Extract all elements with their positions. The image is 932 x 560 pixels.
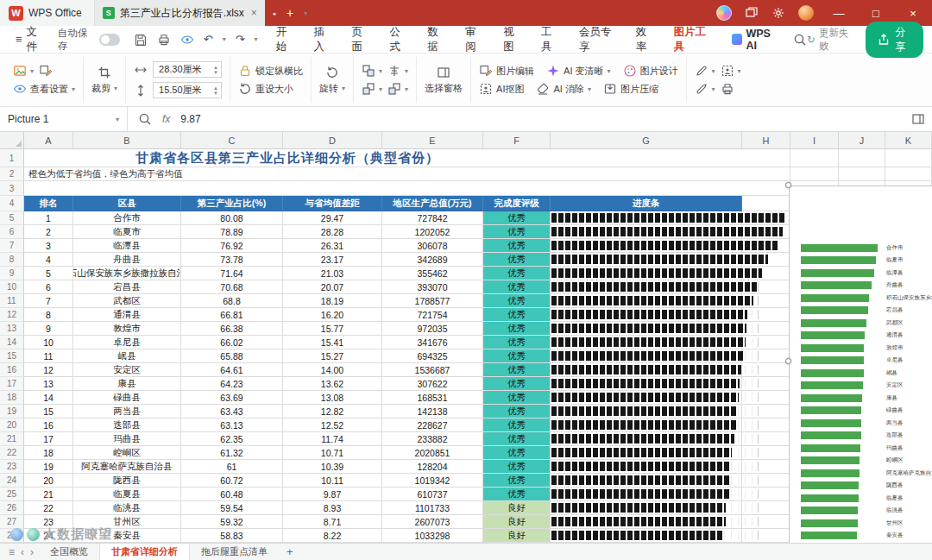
- column-header-I[interactable]: I: [790, 132, 839, 148]
- county-cell[interactable]: 通渭县: [73, 308, 181, 322]
- gdp-cell[interactable]: 128204: [382, 460, 483, 474]
- county-cell[interactable]: 临洮县: [73, 501, 181, 515]
- rating-cell[interactable]: 优秀: [483, 432, 551, 446]
- pen-annotate-button[interactable]: ▾: [695, 64, 715, 78]
- rank-cell[interactable]: 18: [24, 446, 73, 460]
- column-header-K[interactable]: K: [885, 132, 932, 148]
- row-number[interactable]: 13: [0, 322, 24, 336]
- progress-bar-cell[interactable]: [551, 239, 742, 253]
- autosave-switch[interactable]: [99, 34, 120, 46]
- rating-cell[interactable]: 优秀: [483, 253, 551, 267]
- search-icon[interactable]: [793, 33, 807, 47]
- row-number[interactable]: 5: [0, 211, 24, 225]
- gap-cell[interactable]: 13.62: [283, 377, 382, 391]
- ai-cutout-button[interactable]: AI抠图: [479, 82, 524, 96]
- pct-cell[interactable]: 60.48: [181, 488, 283, 501]
- close-button[interactable]: ×: [901, 7, 925, 20]
- gdp-cell[interactable]: 306078: [382, 239, 483, 253]
- rank-cell[interactable]: 14: [24, 391, 73, 405]
- pct-cell[interactable]: 68.8: [181, 294, 283, 308]
- progress-bar-cell[interactable]: [551, 349, 742, 363]
- row-number[interactable]: 1: [0, 149, 24, 167]
- county-cell[interactable]: 迭部县: [73, 418, 181, 432]
- rating-cell[interactable]: 优秀: [483, 418, 551, 432]
- gdp-cell[interactable]: 610737: [382, 488, 483, 501]
- menu-item-工具[interactable]: 工具: [532, 25, 570, 54]
- rating-cell[interactable]: 优秀: [483, 391, 551, 405]
- gdp-cell[interactable]: 1536687: [382, 363, 483, 377]
- reset-size-button[interactable]: 重设大小: [238, 82, 303, 96]
- empty-cell[interactable]: [885, 167, 932, 181]
- rank-cell[interactable]: 23: [24, 515, 73, 529]
- lock-aspect-checkbox[interactable]: 锁定纵横比: [238, 64, 303, 78]
- county-cell[interactable]: 武都区: [73, 294, 181, 308]
- selection-handle-left-middle[interactable]: [785, 358, 791, 364]
- row-number[interactable]: 15: [0, 349, 24, 363]
- gdp-cell[interactable]: 1101733: [382, 501, 483, 515]
- new-tab-button[interactable]: +: [287, 6, 293, 20]
- empty-cell[interactable]: [839, 167, 885, 181]
- row-number[interactable]: 26: [0, 501, 24, 515]
- column-header-E[interactable]: E: [382, 132, 483, 148]
- column-header-G[interactable]: G: [551, 132, 742, 148]
- gap-cell[interactable]: 15.27: [283, 349, 382, 363]
- progress-bar-cell[interactable]: [551, 460, 742, 474]
- sheet-tab-拖后腿重点清单[interactable]: 拖后腿重点清单: [190, 544, 279, 560]
- collapse-formula-bar-icon[interactable]: [911, 112, 925, 126]
- gdp-cell[interactable]: 694325: [382, 349, 483, 363]
- spin-down-icon[interactable]: ▼: [213, 91, 218, 96]
- pct-cell[interactable]: 63.43: [181, 405, 283, 418]
- rank-cell[interactable]: 8: [24, 308, 73, 322]
- send-backward-button[interactable]: ▾: [362, 82, 382, 96]
- progress-bar-cell[interactable]: [551, 432, 742, 446]
- gap-cell[interactable]: 29.47: [283, 211, 382, 225]
- progress-bar-cell[interactable]: [551, 294, 742, 308]
- bring-forward-button[interactable]: ▾: [362, 64, 382, 78]
- rank-cell[interactable]: 10: [24, 336, 73, 349]
- rank-cell[interactable]: 19: [24, 460, 73, 474]
- gap-cell[interactable]: 28.28: [283, 225, 382, 239]
- gdp-cell[interactable]: 341676: [382, 336, 483, 349]
- row-number[interactable]: 2: [0, 167, 24, 181]
- share-button[interactable]: 分享: [866, 22, 923, 58]
- rank-cell[interactable]: 13: [24, 377, 73, 391]
- row-number[interactable]: 18: [0, 391, 24, 405]
- empty-cell[interactable]: [742, 181, 790, 196]
- gdp-cell[interactable]: 2020851: [382, 446, 483, 460]
- gap-cell[interactable]: 9.87: [283, 488, 382, 501]
- gdp-cell[interactable]: 342689: [382, 253, 483, 267]
- row-number[interactable]: 14: [0, 336, 24, 349]
- height-input[interactable]: 15.50厘米 ▲▼: [153, 82, 222, 98]
- sheet-tab-甘肃省详细分析[interactable]: 甘肃省详细分析: [99, 544, 190, 560]
- rating-cell[interactable]: 优秀: [483, 349, 551, 363]
- gdp-cell[interactable]: 1202052: [382, 225, 483, 239]
- rank-cell[interactable]: 22: [24, 501, 73, 515]
- print-icon[interactable]: [157, 33, 171, 47]
- rank-cell[interactable]: 20: [24, 474, 73, 488]
- pct-cell[interactable]: 64.23: [181, 377, 283, 391]
- gdp-cell[interactable]: 727842: [382, 211, 483, 225]
- menu-item-会员专享[interactable]: 会员专享: [570, 25, 627, 54]
- progress-bar-cell[interactable]: [551, 515, 742, 529]
- gap-cell[interactable]: 12.52: [283, 418, 382, 432]
- rotate-button[interactable]: 旋转▾: [319, 66, 345, 95]
- menu-item-插入[interactable]: 插入: [305, 25, 343, 54]
- rating-cell[interactable]: 优秀: [483, 211, 551, 225]
- change-picture-button[interactable]: ▾: [13, 64, 34, 78]
- county-cell[interactable]: 舟曲县: [73, 253, 181, 267]
- app-logo-area[interactable]: W WPS Office: [0, 0, 94, 26]
- select-all-corner[interactable]: [0, 132, 24, 148]
- gap-cell[interactable]: 21.03: [283, 267, 382, 280]
- save-icon[interactable]: [134, 33, 148, 47]
- gap-cell[interactable]: 18.19: [283, 294, 382, 308]
- rank-cell[interactable]: 2: [24, 225, 73, 239]
- menu-item-效率[interactable]: 效率: [627, 25, 664, 54]
- row-number[interactable]: 12: [0, 308, 24, 322]
- name-box-dropdown-icon[interactable]: ▾: [116, 116, 119, 123]
- row-number[interactable]: 24: [0, 474, 24, 488]
- county-cell[interactable]: 崆峒区: [73, 446, 181, 460]
- print-picture-button[interactable]: [721, 82, 734, 96]
- rating-cell[interactable]: 优秀: [483, 322, 551, 336]
- redo-icon[interactable]: ↷: [236, 33, 245, 46]
- gap-cell[interactable]: 15.41: [283, 336, 382, 349]
